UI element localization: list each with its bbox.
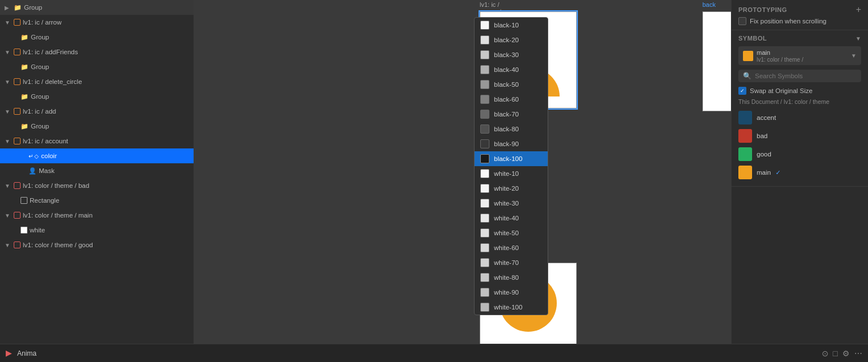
- color-option-black-100[interactable]: black-100: [475, 151, 548, 166]
- symbol-section: SYMBOL ▼ main lv1: color / theme / ▼ 🔍 ✓…: [732, 30, 868, 187]
- color-option-black-90[interactable]: black-90: [475, 136, 548, 151]
- layer-white[interactable]: white: [0, 223, 194, 238]
- layer-rectangle[interactable]: Rectangle: [0, 193, 194, 208]
- color-option-white-80[interactable]: white-80: [475, 270, 548, 285]
- layer-group-arrow[interactable]: 📁 Group: [0, 30, 194, 45]
- symbol-swatch: [743, 51, 753, 61]
- anima-icon-2[interactable]: □: [833, 349, 838, 358]
- layer-lv1-color-main[interactable]: ▼ lv1: color / theme / main: [0, 208, 194, 223]
- search-icon: 🔍: [743, 72, 752, 80]
- color-option-black-10[interactable]: black-10: [475, 18, 548, 33]
- layer-lv1-color-bad[interactable]: ▼ lv1: color / theme / bad: [0, 178, 194, 193]
- symbol-option-accent[interactable]: accent: [738, 108, 861, 127]
- color-option-white-60[interactable]: white-60: [475, 240, 548, 255]
- anima-icon-1[interactable]: ⊙: [822, 349, 829, 358]
- color-option-black-70[interactable]: black-70: [475, 107, 548, 122]
- color-option-black-20[interactable]: black-20: [475, 33, 548, 47]
- color-option-black-80[interactable]: black-80: [475, 122, 548, 136]
- color-option-white-20[interactable]: white-20: [475, 181, 548, 196]
- color-option-black-50[interactable]: black-50: [475, 77, 548, 92]
- symbol-collapse-button[interactable]: ▼: [855, 35, 861, 42]
- layer-coloir[interactable]: ↵ ◇ coloir: [0, 148, 194, 163]
- search-symbols-input[interactable]: [755, 73, 857, 79]
- layer-lv1-add[interactable]: ▼ lv1: ic / add: [0, 104, 194, 119]
- layer-group-add[interactable]: 📁 Group: [0, 119, 194, 134]
- layer-group-top[interactable]: ▶ 📁 Group: [0, 0, 194, 15]
- color-option-white-100[interactable]: white-100: [475, 300, 548, 315]
- canvas: lv1: ic / account back lv1: ic / add +: [194, 0, 731, 362]
- layer-lv1-addFriends[interactable]: ▼ lv1: ic / addFriends: [0, 45, 194, 59]
- anima-bar: ▶ Anima ⊙ □ ⚙ ⋯: [0, 344, 868, 362]
- anima-logo: ▶: [6, 349, 11, 357]
- layer-lv1-account[interactable]: ▼ lv1: ic / account: [0, 134, 194, 148]
- search-symbols-box: 🔍: [738, 70, 861, 82]
- color-option-white-30[interactable]: white-30: [475, 196, 548, 211]
- white-label: white: [30, 227, 45, 234]
- symbol-option-main[interactable]: main ✓: [738, 163, 861, 182]
- layer-mask[interactable]: 👤 Mask: [0, 163, 194, 178]
- color-option-white-70[interactable]: white-70: [475, 255, 548, 270]
- layer-lv1-color-good[interactable]: ▼ lv1: color / theme / good: [0, 238, 194, 252]
- color-option-white-10[interactable]: white-10: [475, 166, 548, 181]
- layer-group-delete[interactable]: 📁 Group: [0, 89, 194, 104]
- swap-checkbox[interactable]: ✓: [738, 87, 746, 95]
- anima-icon-3[interactable]: ⚙: [842, 349, 850, 358]
- symbol-option-bad[interactable]: bad: [738, 127, 861, 145]
- color-option-white-90[interactable]: white-90: [475, 285, 548, 300]
- layers-panel: ▶ 📁 Group ▼ lv1: ic / arrow 📁 Group ▼ lv…: [0, 0, 194, 362]
- color-option-black-60[interactable]: black-60: [475, 92, 548, 107]
- swap-row: ✓ Swap at Original Size: [738, 87, 861, 95]
- layer-lv1-delete[interactable]: ▼ lv1: ic / delete_circle: [0, 74, 194, 89]
- color-dropdown[interactable]: black-10 black-20 black-30 black-40 blac…: [474, 17, 548, 315]
- right-panel: PROTOTYPING + Fix position when scrollin…: [731, 0, 868, 362]
- anima-icon-4[interactable]: ⋯: [854, 349, 862, 358]
- layer-group-addFriends[interactable]: 📁 Group: [0, 59, 194, 74]
- color-option-black-30[interactable]: black-30: [475, 47, 548, 62]
- color-option-white-40[interactable]: white-40: [475, 211, 548, 226]
- symbol-chip[interactable]: main lv1: color / theme / ▼: [738, 46, 861, 65]
- bell-icon: [724, 23, 732, 81]
- layer-lv1-arrow[interactable]: ▼ lv1: ic / arrow: [0, 15, 194, 30]
- prototyping-section: PROTOTYPING + Fix position when scrollin…: [732, 0, 868, 30]
- symbol-chip-chevron: ▼: [851, 53, 857, 59]
- prototyping-add-button[interactable]: +: [856, 5, 861, 15]
- fix-position-checkbox[interactable]: [738, 17, 746, 25]
- color-option-black-40[interactable]: black-40: [475, 62, 548, 77]
- symbol-option-good[interactable]: good: [738, 145, 861, 163]
- color-option-white-50[interactable]: white-50: [475, 226, 548, 240]
